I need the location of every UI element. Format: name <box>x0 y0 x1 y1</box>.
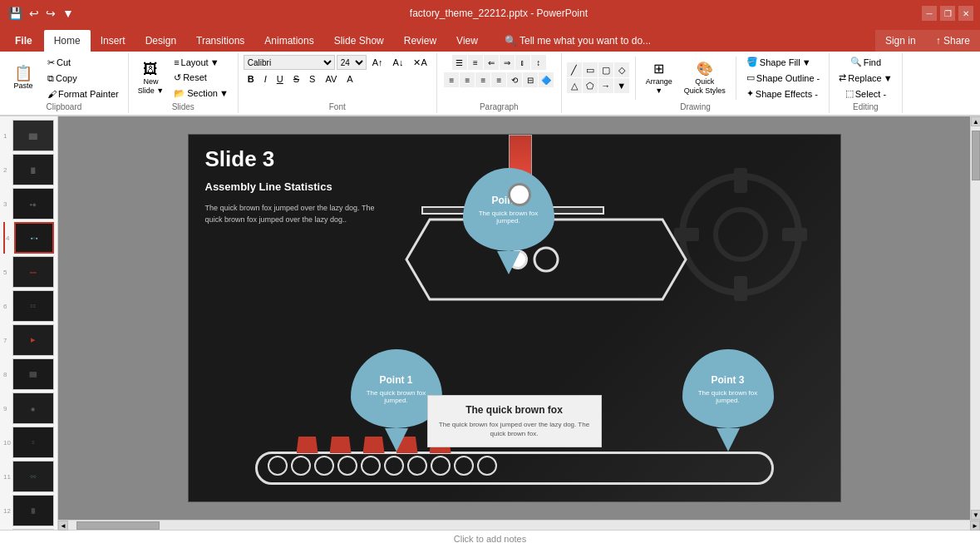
slide-thumb-2[interactable]: ▓ <box>12 154 54 185</box>
shape-pentagon[interactable]: ⬠ <box>583 78 598 93</box>
tab-animations[interactable]: Animations <box>254 30 323 52</box>
minimize-button[interactable]: ─ <box>922 6 937 21</box>
text-direction-button[interactable]: ⟲ <box>507 72 522 87</box>
scroll-down-button[interactable]: ▼ <box>971 510 980 520</box>
format-painter-button[interactable]: 🖌 Format Painter <box>43 87 123 101</box>
share-button[interactable]: ↑ Share <box>926 30 980 52</box>
bullets-button[interactable]: ☰ <box>452 55 467 70</box>
slide-thumb-4[interactable]: ●○● <box>14 222 54 254</box>
shadow-button[interactable]: S <box>305 72 319 86</box>
horizontal-scrollbar[interactable]: ◄ ► <box>58 520 980 530</box>
main-area: 1 ▓▓ 2 ▓ 3 ●◆ 4 ●○● 5 ━━ <box>0 116 980 530</box>
increase-indent-button[interactable]: ⇒ <box>500 55 515 70</box>
sign-in-button[interactable]: Sign in <box>875 30 926 52</box>
align-center-button[interactable]: ≡ <box>460 72 475 87</box>
underline-button[interactable]: U <box>273 72 288 86</box>
shape-fill-button[interactable]: 🪣 Shape Fill ▼ <box>742 55 824 69</box>
slide-thumb-10[interactable]: ≡ <box>12 427 54 458</box>
center-box-text: The quick brown fox jumped over the lazy… <box>436 420 593 438</box>
shape-rounded[interactable]: ▢ <box>598 62 613 77</box>
shape-triangle[interactable]: △ <box>567 78 582 93</box>
window-controls[interactable]: ─ ❐ ✕ <box>922 6 973 21</box>
save-button[interactable]: 💾 <box>7 5 24 22</box>
slide-thumb-3[interactable]: ●◆ <box>12 188 54 220</box>
slide-thumb-5[interactable]: ━━ <box>12 256 54 288</box>
increase-font-button[interactable]: A↑ <box>368 56 387 69</box>
scroll-up-button[interactable]: ▲ <box>971 116 980 126</box>
smartart-button[interactable]: 🔷 <box>539 72 554 87</box>
font-size-select[interactable]: 24 <box>337 55 367 70</box>
tab-view[interactable]: View <box>446 30 488 52</box>
tab-slideshow[interactable]: Slide Show <box>324 30 394 52</box>
shape-outline-button[interactable]: ▭ Shape Outline - <box>742 71 824 85</box>
tab-help[interactable]: 🔍 Tell me what you want to do... <box>495 30 661 52</box>
h-scroll-thumb[interactable] <box>76 521 160 530</box>
slide-thumb-1[interactable]: ▓▓ <box>12 120 54 151</box>
font-label: Font <box>244 101 431 111</box>
slide-thumb-13[interactable]: ━━━ <box>12 529 54 530</box>
paste-button[interactable]: 📋 Paste <box>5 63 42 92</box>
section-button[interactable]: 📂 Section ▼ <box>170 86 233 101</box>
shape-effects-button[interactable]: ✦ Shape Effects - <box>742 86 824 101</box>
shape-rect[interactable]: ▭ <box>583 62 598 77</box>
font-color-button[interactable]: A <box>342 72 357 86</box>
tab-insert[interactable]: Insert <box>91 30 135 52</box>
redo-button[interactable]: ↪ <box>44 5 57 22</box>
tab-home[interactable]: Home <box>44 30 91 52</box>
cut-button[interactable]: ✂ Cut <box>43 56 123 70</box>
align-left-button[interactable]: ≡ <box>444 72 459 87</box>
justify-button[interactable]: ≡ <box>491 72 506 87</box>
tab-file[interactable]: File <box>3 30 44 52</box>
decrease-indent-button[interactable]: ⇐ <box>484 55 499 70</box>
h-scroll-track[interactable] <box>68 521 970 530</box>
tab-review[interactable]: Review <box>394 30 446 52</box>
quick-styles-button[interactable]: 🎨 Quick Quick Styles <box>680 58 730 97</box>
italic-button[interactable]: I <box>260 72 271 86</box>
tab-transitions[interactable]: Transitions <box>186 30 254 52</box>
tab-design[interactable]: Design <box>135 30 186 52</box>
layout-button[interactable]: ≡ Layout ▼ <box>170 56 233 69</box>
reset-button[interactable]: ↺ Reset <box>170 71 233 85</box>
find-button[interactable]: 🔍 Find <box>846 55 885 69</box>
scroll-track[interactable] <box>971 126 980 510</box>
decrease-font-button[interactable]: A↓ <box>389 56 408 69</box>
shape-more[interactable]: ▼ <box>614 78 629 93</box>
canvas-area[interactable]: Slide 3 Assembly Line Statistics The qui… <box>58 116 970 520</box>
scroll-left-button[interactable]: ◄ <box>58 521 68 531</box>
slide-thumb-9[interactable]: ◉ <box>12 392 54 424</box>
customize-button[interactable]: ▼ <box>61 5 76 22</box>
scroll-right-button[interactable]: ► <box>970 521 980 531</box>
slide-thumb-7[interactable]: ▶ <box>12 324 54 356</box>
shape-line[interactable]: ╱ <box>567 62 582 77</box>
slide-thumb-12[interactable]: ▓ <box>12 495 54 526</box>
undo-button[interactable]: ↩ <box>27 5 41 22</box>
copy-button[interactable]: ⧉ Copy <box>43 72 123 86</box>
scroll-thumb[interactable] <box>972 131 980 180</box>
replace-button[interactable]: ⇄ Replace ▼ <box>835 71 896 85</box>
ribbon-tabs: File Home Insert Design Transitions Anim… <box>0 27 980 52</box>
numbering-button[interactable]: ≡ <box>468 55 483 70</box>
close-button[interactable]: ✕ <box>958 6 973 21</box>
char-spacing-button[interactable]: AV <box>321 72 341 86</box>
slide-thumb-8[interactable]: ▓▓ <box>12 358 54 390</box>
new-slide-button[interactable]: 🖼 New Slide ▼ <box>134 59 168 97</box>
arrange-button[interactable]: ⊞ Arrange ▼ <box>642 58 677 97</box>
slide-thumb-11[interactable]: ○○ <box>12 461 54 492</box>
clear-format-button[interactable]: ✕A <box>409 56 431 70</box>
select-button[interactable]: ⬚ Select - <box>841 86 890 101</box>
shape-diamond[interactable]: ◇ <box>614 62 629 77</box>
align-right-button[interactable]: ≡ <box>475 72 490 87</box>
pin1-text: The quick brown fox jumped. <box>359 389 434 404</box>
columns-button[interactable]: ⫾ <box>515 55 530 70</box>
vertical-scrollbar[interactable]: ▲ ▼ <box>970 116 980 520</box>
restore-button[interactable]: ❐ <box>940 6 955 21</box>
slide-thumb-6[interactable]: ≡≡ <box>12 290 54 322</box>
line-spacing-button[interactable]: ↕ <box>531 55 546 70</box>
shape-arrow[interactable]: → <box>598 78 613 93</box>
quick-access-toolbar[interactable]: 💾 ↩ ↪ ▼ <box>7 5 76 22</box>
align-text-button[interactable]: ⊟ <box>523 72 538 87</box>
strikethrough-button[interactable]: S <box>289 72 303 86</box>
font-family-select[interactable]: Calibri <box>244 55 335 70</box>
slide-panel[interactable]: 1 ▓▓ 2 ▓ 3 ●◆ 4 ●○● 5 ━━ <box>0 116 58 530</box>
bold-button[interactable]: B <box>244 72 259 86</box>
